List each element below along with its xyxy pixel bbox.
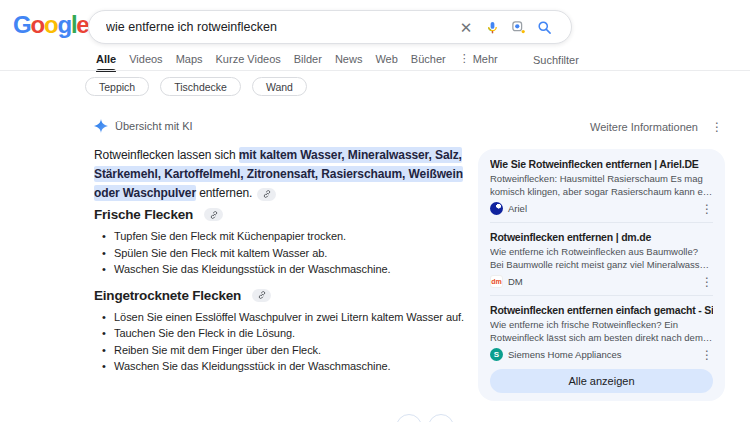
list-item: Reiben Sie mit dem Finger über den Fleck… (114, 342, 488, 359)
more-information-label: Weitere Informationen (590, 121, 698, 133)
section-heading-row: Eingetrocknete Flecken (94, 288, 488, 303)
tabbar-divider (0, 70, 750, 71)
result-title[interactable]: Wie Sie Rotweinflecken entfernen | Ariel… (490, 158, 713, 170)
list-item: Spülen Sie den Fleck mit kaltem Wasser a… (114, 245, 488, 262)
three-dots-vertical-icon[interactable]: ⋮ (701, 276, 713, 288)
logo-letter: g (57, 11, 70, 38)
result-source-row: Ariel ⋮ (490, 202, 713, 215)
tab-bilder[interactable]: Bilder (294, 53, 322, 72)
list-item: Waschen Sie das Kleidungsstück in der Wa… (114, 261, 488, 278)
result-source-row: dm DM ⋮ (490, 275, 713, 288)
google-mic-icon (485, 20, 500, 35)
result-tabs: Alle Videos Maps Kurze Videos Bilder New… (96, 52, 498, 72)
x-clear-icon: ✕ (460, 20, 473, 35)
intro-prefix: Rotweinflecken lassen sich (94, 148, 239, 162)
tab-news[interactable]: News (335, 53, 363, 72)
search-input[interactable] (106, 20, 453, 34)
result-snippet: Wie entferne ich frische Rotweinflecken?… (490, 319, 713, 344)
intro-suffix: entfernen. (196, 186, 252, 200)
source-result-ariel[interactable]: Wie Sie Rotweinflecken entfernen | Ariel… (490, 158, 713, 223)
google-logo[interactable]: Google (13, 11, 89, 39)
result-title[interactable]: Rotweinflecken entfernen | dm.de (490, 231, 713, 243)
three-dots-vertical-icon[interactable]: ⋮ (711, 121, 723, 133)
list-item: Lösen Sie einen Esslöffel Waschpulver in… (114, 309, 488, 326)
tab-mehr-label: Mehr (473, 53, 498, 65)
refinement-chips: Teppich Tischdecke Wand (85, 77, 307, 96)
chain-link-icon (258, 291, 266, 299)
tab-maps[interactable]: Maps (176, 53, 203, 72)
tab-web[interactable]: Web (375, 53, 397, 72)
section-title-eingetrocknete-flecken: Eingetrocknete Flecken (94, 288, 241, 303)
section-heading-row: Frische Flecken (94, 207, 488, 222)
logo-letter: G (13, 11, 30, 38)
tab-kurze-videos[interactable]: Kurze Videos (216, 53, 281, 72)
logo-letter: o (30, 11, 43, 38)
voice-search-button[interactable] (479, 14, 505, 40)
section-title-frische-flecken: Frische Flecken (94, 207, 193, 222)
ai-intro-paragraph: Rotweinflecken lassen sich mit kaltem Wa… (94, 146, 488, 203)
three-dots-vertical-icon[interactable]: ⋮ (701, 349, 713, 361)
thumbs-down-button[interactable] (428, 414, 454, 422)
search-submit-button[interactable] (531, 14, 557, 40)
source-link-button[interactable] (252, 289, 271, 302)
fresh-stains-list: Tupfen Sie den Fleck mit Küchenpapier tr… (94, 228, 488, 278)
google-lens-button[interactable] (505, 14, 531, 40)
siemens-favicon: S (490, 348, 503, 361)
show-all-button[interactable]: Alle anzeigen (490, 369, 713, 393)
search-filter-link[interactable]: Suchfilter (533, 54, 579, 66)
ariel-favicon (490, 202, 503, 215)
ai-overview-header: Übersicht mit KI (94, 119, 193, 133)
logo-letter: o (44, 11, 57, 38)
three-dots-vertical-icon: ⋮ (459, 52, 470, 65)
list-item: Tauchen Sie den Fleck in die Lösung. (114, 325, 488, 342)
chain-link-icon (263, 190, 271, 198)
source-link-button[interactable] (257, 188, 276, 201)
ai-overview-label: Übersicht mit KI (115, 120, 193, 132)
tab-videos[interactable]: Videos (129, 53, 162, 72)
source-name: Ariel (508, 203, 696, 214)
chip-teppich[interactable]: Teppich (85, 77, 149, 96)
tab-mehr[interactable]: ⋮ Mehr (459, 52, 498, 72)
source-name: Siemens Home Appliances (508, 349, 696, 360)
ai-overview-body: Rotweinflecken lassen sich mit kaltem Wa… (94, 146, 488, 385)
google-lens-icon (511, 20, 526, 35)
result-snippet: Rotweinflecken: Hausmittel Rasierschaum … (490, 173, 713, 198)
search-bar[interactable]: ✕ (88, 10, 572, 44)
dm-favicon: dm (490, 275, 503, 288)
source-name: DM (508, 276, 696, 287)
tab-buecher[interactable]: Bücher (411, 53, 446, 72)
tab-alle[interactable]: Alle (96, 53, 116, 72)
dried-stains-list: Lösen Sie einen Esslöffel Waschpulver in… (94, 309, 488, 375)
list-item: Tupfen Sie den Fleck mit Küchenpapier tr… (114, 228, 488, 245)
sidebar-header: Weitere Informationen ⋮ (478, 121, 725, 133)
list-item: Waschen Sie das Kleidungsstück in der Wa… (114, 358, 488, 375)
result-source-row: S Siemens Home Appliances ⋮ (490, 348, 713, 361)
ai-sparkle-icon (94, 119, 108, 133)
logo-letter: e (76, 11, 88, 38)
source-result-siemens[interactable]: Rotweinflecken entfernen einfach gemacht… (490, 304, 713, 361)
three-dots-vertical-icon[interactable]: ⋮ (701, 203, 713, 215)
thumbs-up-button[interactable] (396, 414, 422, 422)
result-snippet: Wie entferne ich Rotweinflecken aus Baum… (490, 246, 713, 271)
magnifier-icon (537, 20, 552, 35)
source-link-button[interactable] (204, 208, 223, 221)
chain-link-icon (210, 211, 218, 219)
source-result-dm[interactable]: Rotweinflecken entfernen | dm.de Wie ent… (490, 231, 713, 296)
sources-card: Wie Sie Rotweinflecken entfernen | Ariel… (478, 149, 725, 401)
result-title[interactable]: Rotweinflecken entfernen einfach gemacht… (490, 304, 713, 316)
clear-search-button[interactable]: ✕ (453, 14, 479, 40)
chip-wand[interactable]: Wand (252, 77, 307, 96)
chip-tischdecke[interactable]: Tischdecke (160, 77, 241, 96)
